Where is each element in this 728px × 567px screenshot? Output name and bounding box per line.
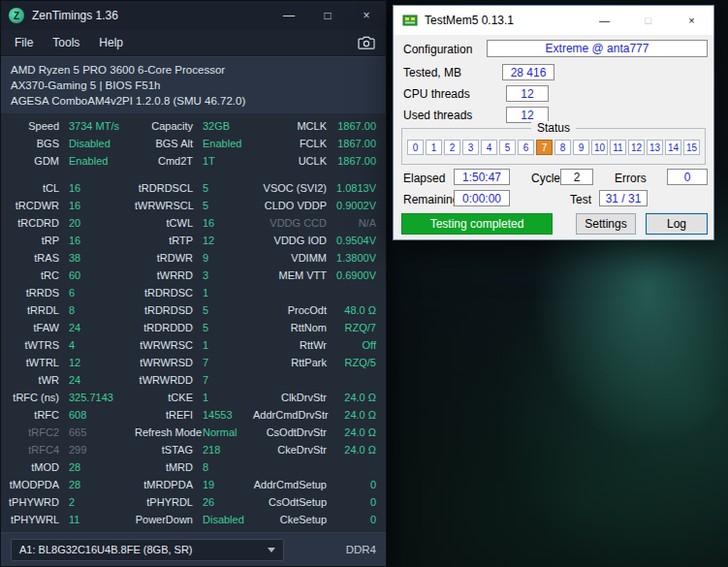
clocks-grid: Speed3734 MT/sCapacity32GBMCLK1867.00BGS… [1, 117, 386, 170]
testing-completed-button[interactable]: Testing completed [401, 213, 553, 235]
timing-value [334, 458, 386, 476]
timing-label: tCKE [135, 389, 201, 406]
testmem5-window: TestMem5 0.13.1 — □ × Configuration Extr… [393, 5, 714, 240]
timing-value: RZQ/5 [334, 354, 386, 371]
maximize-button[interactable]: □ [308, 1, 347, 30]
elapsed-label: Elapsed [403, 172, 445, 185]
status-cell-10: 10 [591, 140, 608, 155]
timing-label: Capacity [135, 117, 201, 135]
timing-value: 26 [201, 493, 253, 511]
timing-label: ProcOdt [253, 301, 334, 319]
timing-value [334, 284, 386, 301]
timing-value: 16 [201, 214, 253, 232]
status-cell-13: 13 [647, 140, 663, 155]
menu-file[interactable]: File [5, 32, 43, 53]
status-cell-12: 12 [628, 140, 645, 155]
close-button[interactable]: × [347, 1, 386, 30]
timing-label: BGS [1, 135, 67, 152]
settings-button[interactable]: Settings [576, 213, 636, 235]
cpu-threads-value: 12 [506, 85, 549, 102]
timing-label: tRDWR [135, 249, 201, 267]
testmem5-titlebar: TestMem5 0.13.1 — □ × [394, 6, 713, 35]
status-cell-0: 0 [407, 140, 424, 155]
timing-label: RttPark [253, 354, 334, 371]
menu-help[interactable]: Help [89, 32, 133, 53]
testmem5-window-controls: — □ × [583, 6, 713, 35]
timing-label: CkeSetup [253, 511, 334, 528]
zentimings-window-controls: — □ × [269, 1, 386, 30]
timing-label: tRFC2 [1, 424, 67, 441]
chevron-down-icon [268, 548, 275, 552]
status-cell-11: 11 [610, 140, 626, 155]
timing-value: 19 [201, 476, 253, 493]
timing-value: 24.0 Ω [334, 441, 386, 458]
timing-value: 8 [67, 301, 135, 319]
minimize-button[interactable]: — [269, 1, 308, 30]
timing-value: 24.0 Ω [334, 406, 386, 424]
timing-label: tRAS [1, 249, 67, 267]
timing-value: 299 [67, 441, 135, 458]
timing-label: RttWr [253, 336, 334, 354]
menu-tools[interactable]: Tools [43, 32, 89, 53]
timing-value: 0.9504V [334, 232, 386, 249]
timing-value: RZQ/7 [334, 319, 386, 336]
timing-label: tRDRDDD [135, 319, 201, 336]
timing-value: N/A [334, 214, 386, 232]
timing-value: 1.0813V [334, 179, 386, 197]
timing-label: MCLK [253, 117, 334, 135]
timing-label: CsOdtSetup [253, 493, 334, 511]
status-cell-9: 9 [573, 140, 589, 155]
zentimings-window-title: ZenTimings 1.36 [32, 9, 118, 22]
timing-value: 1 [201, 284, 253, 301]
timing-label: Refresh Mode [135, 424, 201, 441]
timing-value: 0 [334, 476, 386, 493]
timing-label: tMOD [1, 458, 67, 476]
timing-value: Off [334, 336, 386, 354]
timing-value: Enabled [67, 152, 135, 170]
timing-label: tCL [1, 179, 67, 197]
timings-grid: tCL16tRDRDSCL5VSOC (SVI2)1.0813VtRCDWR16… [1, 179, 386, 528]
minimize-button[interactable]: — [583, 6, 626, 35]
testmem5-window-title: TestMem5 0.13.1 [425, 14, 514, 27]
timing-label: tMRD [135, 458, 201, 476]
timing-label: MEM VTT [253, 267, 334, 284]
timing-label: tREFI [135, 406, 201, 424]
timing-label: tSTAG [135, 441, 201, 458]
timing-label: tWR [1, 371, 67, 389]
timing-value: 7 [201, 354, 253, 371]
timing-value: 6 [67, 284, 135, 301]
remaining-label: Remaining [403, 193, 459, 206]
camera-icon [358, 36, 375, 49]
timing-label: FCLK [253, 135, 334, 152]
timing-value: 9 [201, 249, 253, 267]
timing-label: Speed [1, 117, 67, 135]
timing-value: 1867.00 [334, 117, 386, 135]
close-button[interactable]: × [670, 6, 713, 35]
memory-type-label: DDR4 [346, 544, 376, 555]
log-button[interactable]: Log [646, 213, 708, 235]
dimm-selector-dropdown[interactable]: A1: BL8G32C16U4B.8FE (8GB, SR) [11, 539, 284, 561]
agesa-version: AGESA ComboAM4v2PI 1.2.0.8 (SMU 46.72.0) [11, 93, 376, 109]
testmem5-body: Configuration Extreme @ anta777 Tested, … [394, 35, 713, 240]
maximize-button: □ [626, 6, 670, 35]
status-cell-2: 2 [444, 140, 460, 155]
timing-value: 48.0 Ω [334, 301, 386, 319]
tested-mb-label: Tested, MB [403, 66, 461, 79]
screenshot-button[interactable] [351, 36, 382, 49]
timing-label: VDDG IOD [253, 232, 334, 249]
cycle-value: 2 [560, 169, 593, 185]
configuration-label: Configuration [403, 43, 472, 56]
timing-value: 5 [201, 319, 253, 336]
timing-label: VDDG CCD [253, 214, 334, 232]
timing-label: GDM [1, 152, 67, 170]
timing-label: tRFC4 [1, 441, 67, 458]
timing-label: VSOC (SVI2) [253, 179, 334, 197]
timing-label: tWTRL [1, 354, 67, 371]
used-threads-label: Used threads [403, 109, 472, 122]
configuration-value: Extreme @ anta777 [487, 40, 708, 57]
timing-value: 16 [67, 232, 135, 249]
timing-value: 32GB [201, 117, 253, 135]
timing-label: tRDRDSCL [135, 179, 201, 197]
timing-value: 1T [201, 152, 253, 170]
status-cell-6: 6 [518, 140, 534, 155]
